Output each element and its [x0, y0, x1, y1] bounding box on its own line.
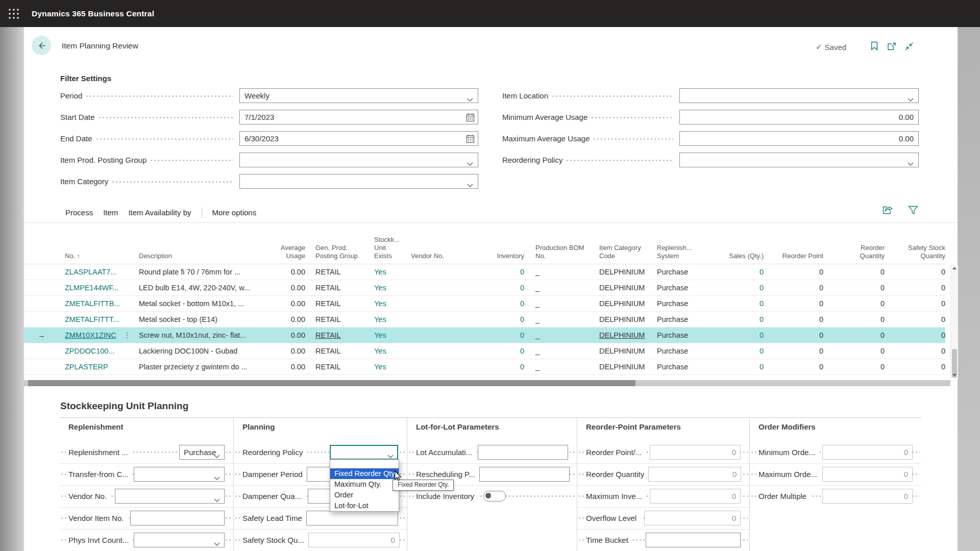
back-button[interactable]	[32, 36, 51, 55]
start-date-date-input[interactable]: 7/1/2023	[239, 110, 478, 124]
cell-bom: _	[524, 359, 599, 374]
column-header-average-usage[interactable]: Average Usage	[265, 244, 305, 264]
open-in-new-window-icon[interactable]	[887, 42, 896, 53]
table-row[interactable]: ZLMPE144WF...LED bulb E14, 4W, 220-240V,…	[24, 280, 945, 296]
tab-item[interactable]: Item	[103, 208, 118, 217]
minimum-average-usage-input[interactable]: 0.00	[679, 110, 919, 124]
lot-accumulati-input[interactable]	[478, 445, 568, 460]
cell-bom: _	[524, 296, 599, 311]
maximum-inve-input[interactable]: 0	[650, 489, 741, 504]
sku-group-reorder-point-parameters: Reorder-Point ParametersReorder Point/..…	[577, 418, 749, 551]
item-location-select[interactable]	[679, 88, 919, 103]
item-no-link[interactable]: ZLASPLAAT7...	[65, 264, 116, 280]
row-selector-cell[interactable]	[24, 359, 65, 374]
row-selector-cell[interactable]	[24, 296, 65, 311]
safety-stock-qu-label: Safety Stock Qu...	[241, 535, 308, 545]
row-selector-cell[interactable]	[24, 343, 65, 359]
maximum-average-usage-input[interactable]: 0.00	[679, 131, 919, 146]
reordering-policy-select[interactable]	[679, 153, 919, 167]
item-category-select[interactable]	[239, 174, 478, 189]
minimum-orde-input[interactable]: 0	[822, 445, 913, 460]
safety-lead-time-input[interactable]	[306, 511, 398, 525]
horizontal-scroll-thumb[interactable]	[28, 380, 635, 386]
cell-gen: RETAIL	[305, 328, 374, 343]
safety-stock-qu-input[interactable]: 0	[308, 533, 400, 547]
horizontal-scrollbar[interactable]	[24, 380, 950, 386]
dropdown-blank-option[interactable]	[330, 460, 399, 468]
tab-process[interactable]: Process	[65, 208, 93, 217]
maximum-orde-input[interactable]: 0	[822, 467, 913, 482]
dropdown-option-maximum-qty[interactable]: Maximum Qty.	[330, 479, 399, 490]
table-row[interactable]: →ZMM10X1ZINC⋮Screw nut, M10x1nut, zinc- …	[24, 328, 945, 343]
item-prod-posting-group-select[interactable]	[239, 153, 478, 167]
calendar-icon[interactable]	[466, 113, 475, 124]
column-header-vendor-no[interactable]: Vendor No.	[411, 252, 481, 264]
replenishment-select[interactable]: Purchase	[179, 445, 225, 460]
item-no-link[interactable]: ZLMPE144WF...	[65, 280, 119, 295]
dropdown-option-order[interactable]: Order	[330, 490, 399, 500]
column-header-sales-qty[interactable]: Sales (Qty.)	[715, 252, 764, 264]
filter-icon[interactable]	[908, 206, 918, 217]
rescheduling-p-input[interactable]	[479, 467, 570, 482]
transfer-from-c-select[interactable]	[134, 467, 225, 482]
vendor-item-no-input[interactable]	[130, 511, 225, 525]
table-row[interactable]: ZMETALFITTB...Metal socket - bottom M10x…	[24, 296, 945, 312]
bookmark-icon[interactable]	[870, 41, 878, 53]
column-header-reorder-point[interactable]: Reorder Point	[764, 252, 823, 264]
table-row[interactable]: ZPLASTERPPlaster przeciety z gwintem do …	[24, 359, 945, 375]
reordering-policy-combobox[interactable]	[330, 445, 398, 460]
collapse-icon[interactable]	[904, 42, 914, 53]
reorder-point-input[interactable]: 0	[650, 445, 741, 460]
vertical-scroll-thumb[interactable]	[952, 349, 957, 378]
time-bucket-input[interactable]	[646, 533, 741, 547]
item-no-link[interactable]: ZMETALFITTB...	[65, 296, 120, 311]
calendar-icon[interactable]	[466, 134, 475, 145]
column-header-item-category-code[interactable]: Item Category Code	[599, 244, 657, 264]
column-header-safety-stock-quantity[interactable]: Safety Stock Quantity	[885, 244, 945, 264]
column-header-production-bom-no[interactable]: Production BOM No.	[524, 244, 599, 264]
vertical-scrollbar[interactable]	[950, 265, 958, 379]
table-row[interactable]: ZLASPLAAT7...Round plate fi 70 / 76mm fo…	[24, 264, 945, 280]
row-selector-cell[interactable]	[24, 264, 65, 280]
tab-item-availability-by[interactable]: Item Availability by	[128, 208, 191, 217]
column-header-replenish-system[interactable]: Replenish... System	[657, 244, 715, 264]
cell-safety: 0	[885, 359, 945, 374]
column-header-stockk-unit-exists[interactable]: Stockk... Unit Exists	[374, 236, 411, 264]
column-header-inventory[interactable]: Inventory	[481, 252, 524, 264]
scroll-up-icon[interactable]	[952, 267, 957, 269]
row-selector-cell[interactable]	[24, 280, 65, 295]
column-header-reorder-quantity[interactable]: Reorder Quantity	[823, 244, 885, 264]
app-title[interactable]: Dynamics 365 Business Central	[32, 9, 154, 18]
rescheduling-p-label: Rescheduling P...	[414, 469, 479, 480]
order-multiple-input[interactable]: 0	[822, 489, 913, 504]
table-row[interactable]: ZMETALFITTT...Metal socket - top (E14)0.…	[24, 312, 945, 328]
end-date-date-input[interactable]: 6/30/2023	[239, 131, 478, 146]
column-header-description[interactable]: Description	[139, 252, 265, 264]
item-no-link[interactable]: ZPDDOC100...	[65, 343, 115, 359]
phys-invt-count-select[interactable]	[134, 533, 225, 547]
item-no-link[interactable]: ZMETALFITTT...	[65, 312, 119, 327]
column-header-gen-prod-posting-group[interactable]: Gen. Prod. Posting Group	[305, 244, 374, 264]
dropdown-option-lot-for-lot[interactable]: Lot-for-Lot	[330, 500, 399, 511]
back-arrow-icon	[37, 41, 46, 51]
share-icon[interactable]	[883, 205, 894, 217]
row-selector-cell[interactable]: →	[24, 328, 65, 343]
app-launcher-icon[interactable]	[6, 6, 21, 21]
table-row[interactable]: ZPDDOC100...Lackiering DOC100N - Gubad0.…	[24, 343, 945, 359]
period-select[interactable]: Weekly	[239, 88, 478, 103]
dropdown-option-fixed-reorder-qty[interactable]: Fixed Reorder Qty.	[330, 468, 399, 479]
include-inventory-toggle[interactable]	[483, 491, 506, 502]
more-options-menu[interactable]: More options	[212, 208, 257, 217]
row-selector-cell[interactable]	[24, 312, 65, 327]
reorder-quantity-label: Reorder Quantity	[584, 469, 648, 480]
reorder-quantity-input[interactable]: 0	[648, 467, 741, 482]
row-actions-icon[interactable]: ⋮	[124, 328, 131, 343]
column-header-no[interactable]: No. ↑	[65, 252, 139, 264]
vendor-no-select[interactable]	[115, 489, 225, 504]
overflow-level-input[interactable]: 0	[644, 511, 741, 525]
item-no-link[interactable]: ZMM10X1ZINC	[65, 328, 116, 343]
scroll-down-icon[interactable]	[952, 374, 957, 377]
dotted-leader	[96, 138, 233, 140]
item-no-link[interactable]: ZPLASTERP	[65, 359, 108, 374]
dotted-leader	[594, 138, 673, 140]
